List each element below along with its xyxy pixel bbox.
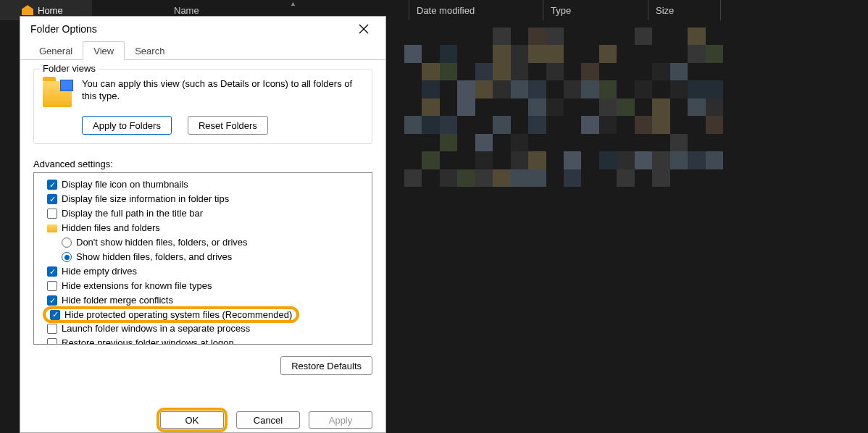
column-date[interactable]: Date modified (409, 0, 543, 20)
opt-merge[interactable]: Hide folder merge conflicts (37, 293, 369, 308)
tab-general[interactable]: General (29, 42, 83, 59)
checkbox-icon[interactable] (47, 209, 57, 219)
opt-separate-process[interactable]: Launch folder windows in a separate proc… (37, 321, 369, 336)
home-icon (22, 5, 33, 15)
folder-icon (47, 224, 57, 232)
opt-dont-show-hidden[interactable]: Don't show hidden files, folders, or dri… (37, 235, 369, 250)
radio-icon[interactable] (62, 252, 72, 262)
folder-views-text: You can apply this view (such as Details… (82, 78, 363, 107)
opt-protected[interactable]: Hide protected operating system files (R… (64, 309, 292, 320)
dialog-tabs: General View Search (20, 41, 385, 60)
folder-options-dialog: Folder Options General View Search Folde… (20, 16, 386, 433)
advanced-settings-list[interactable]: Display file icon on thumbnails Display … (33, 172, 372, 345)
folder-views-legend: Folder views (40, 63, 99, 74)
opt-extensions[interactable]: Hide extensions for known file types (37, 279, 369, 293)
checkbox-icon[interactable] (47, 295, 57, 306)
column-type[interactable]: Type (543, 0, 648, 20)
radio-icon[interactable] (62, 237, 72, 248)
checkbox-icon[interactable] (47, 266, 57, 277)
cancel-button[interactable]: Cancel (236, 411, 300, 429)
opt-hidden-group: Hidden files and folders (37, 221, 369, 235)
opt-thumbnails[interactable]: Display file icon on thumbnails (37, 177, 369, 192)
checkbox-icon[interactable] (47, 338, 57, 345)
home-label: Home (38, 5, 63, 16)
checkbox-icon[interactable] (47, 180, 57, 190)
opt-size-tips[interactable]: Display file size information in folder … (37, 192, 369, 206)
apply-to-folders-button[interactable]: Apply to Folders (82, 116, 172, 135)
checkbox-icon[interactable] (50, 310, 60, 320)
opt-protected-highlight: Hide protected operating system files (R… (43, 306, 299, 323)
advanced-settings-label: Advanced settings: (33, 159, 372, 169)
opt-empty-drives[interactable]: Hide empty drives (37, 264, 369, 279)
opt-show-hidden[interactable]: Show hidden files, folders, and drives (37, 250, 369, 264)
opt-full-path[interactable]: Display the full path in the title bar (37, 206, 369, 221)
ok-highlight: OK (157, 408, 228, 432)
tab-view[interactable]: View (83, 41, 125, 60)
ok-button[interactable]: OK (160, 411, 224, 429)
folder-icon (43, 81, 72, 107)
checkbox-icon[interactable] (47, 194, 57, 204)
restore-defaults-button[interactable]: Restore Defaults (280, 356, 372, 375)
apply-button[interactable]: Apply (309, 411, 372, 429)
checkbox-icon[interactable] (47, 324, 57, 334)
close-button[interactable] (349, 18, 378, 40)
sort-indicator-icon: ▲ (290, 0, 296, 7)
column-size[interactable]: Size (648, 0, 721, 20)
dialog-buttons: OK Cancel Apply (20, 402, 385, 432)
close-icon (359, 24, 369, 34)
checkbox-icon[interactable] (47, 281, 57, 291)
dialog-content: Folder views You can apply this view (su… (20, 60, 385, 402)
dialog-titlebar: Folder Options (20, 17, 385, 41)
opt-restore-previous[interactable]: Restore previous folder windows at logon (37, 336, 369, 345)
blurred-content (404, 28, 723, 187)
dialog-title: Folder Options (30, 23, 97, 35)
reset-folders-button[interactable]: Reset Folders (188, 116, 268, 135)
tab-search[interactable]: Search (125, 42, 175, 59)
folder-views-group: Folder views You can apply this view (su… (33, 69, 372, 144)
